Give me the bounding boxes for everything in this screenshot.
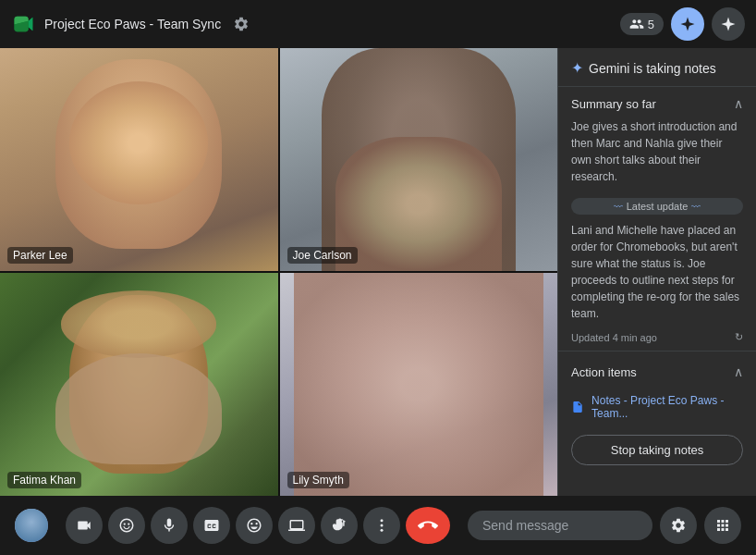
summary-text: Joe gives a short introduction and then … (558, 118, 756, 194)
update-text: Lani and Michelle have placed an order f… (558, 222, 756, 331)
action-items-section-header[interactable]: Action items ∧ (558, 355, 756, 387)
wavy-left-icon: 〰 (614, 202, 623, 212)
effects-button[interactable] (712, 7, 745, 41)
end-call-button[interactable] (406, 507, 450, 544)
present-button[interactable] (278, 507, 315, 544)
bottom-bar (0, 496, 756, 555)
user-avatar (15, 509, 48, 542)
gemini-header: ✦ Gemini is taking notes (558, 48, 756, 87)
meeting-settings-button[interactable] (228, 11, 254, 37)
doc-icon (571, 400, 584, 414)
divider (558, 351, 756, 352)
mic-button[interactable] (151, 507, 188, 544)
participants-icon (629, 17, 644, 31)
top-bar: Project Eco Paws - Team Sync 5 (0, 0, 756, 48)
summary-chevron-icon[interactable]: ∧ (734, 96, 743, 111)
captions-icon (203, 517, 220, 534)
captions-button[interactable] (193, 507, 230, 544)
bottom-right-controls (468, 507, 741, 544)
svg-point-5 (381, 529, 384, 532)
latest-update-label: Latest update (627, 201, 689, 212)
wavy-right-icon: 〰 (691, 202, 701, 212)
participants-count: 5 (648, 18, 654, 31)
latest-update-badge: 〰 Latest update 〰 (571, 198, 743, 215)
lily-name: Lily Smyth (287, 472, 349, 488)
chat-settings-button[interactable] (660, 507, 697, 544)
effects-icon (720, 16, 737, 32)
google-meet-logo (11, 11, 37, 37)
raise-hand-button[interactable] (321, 507, 358, 544)
reactions-button[interactable] (108, 507, 145, 544)
raise-hand-icon (331, 517, 348, 534)
doc-link-text: Notes - Project Eco Paws - Team... (591, 394, 743, 420)
updated-time-row: Updated 4 min ago ↻ (558, 331, 756, 351)
apps-button[interactable] (704, 507, 741, 544)
gemini-header-title: Gemini is taking notes (589, 61, 716, 76)
notes-doc-link[interactable]: Notes - Project Eco Paws - Team... (558, 387, 756, 427)
video-tile-parker: Parker Lee (0, 48, 278, 271)
svg-point-0 (120, 519, 133, 532)
more-options-button[interactable] (363, 507, 400, 544)
action-items-chevron-icon[interactable]: ∧ (734, 364, 743, 379)
chat-settings-icon (670, 517, 687, 534)
svg-point-1 (124, 523, 126, 524)
gemini-panel: ✦ Gemini is taking notes Summary so far … (557, 48, 756, 496)
present-icon (288, 517, 305, 534)
summary-title: Summary so far (571, 97, 656, 111)
summary-section-header[interactable]: Summary so far ∧ (558, 87, 756, 118)
video-tile-fatima: Fatima Khan (0, 273, 278, 496)
apps-icon (714, 517, 731, 534)
bottom-center-controls (52, 507, 464, 544)
more-options-icon (373, 517, 390, 534)
video-grid: Parker Lee Joe Carlson Fatima Khan Lily … (0, 48, 557, 496)
svg-point-3 (381, 519, 384, 522)
participants-button[interactable]: 5 (620, 13, 664, 35)
reactions-icon (118, 517, 135, 534)
top-bar-right: 5 (620, 7, 745, 41)
parker-name: Parker Lee (7, 247, 73, 264)
chat-input[interactable] (468, 511, 652, 540)
camera-button[interactable] (66, 507, 103, 544)
main-content: Parker Lee Joe Carlson Fatima Khan Lily … (0, 48, 756, 496)
bottom-left-controls (15, 509, 48, 542)
svg-point-4 (381, 524, 384, 527)
fatima-name: Fatima Khan (7, 472, 81, 488)
emoji-button[interactable] (236, 507, 273, 544)
stop-notes-button[interactable]: Stop taking notes (571, 435, 743, 465)
updated-time-text: Updated 4 min ago (571, 332, 657, 343)
meeting-title: Project Eco Paws - Team Sync (44, 17, 221, 31)
video-tile-lily: Lily Smyth (280, 273, 558, 496)
emoji-icon (246, 517, 262, 534)
joe-name: Joe Carlson (287, 247, 358, 264)
end-call-icon (418, 515, 438, 536)
top-bar-left: Project Eco Paws - Team Sync (11, 11, 254, 37)
gemini-star-icon: ✦ (571, 59, 583, 77)
action-items-title: Action items (571, 365, 637, 379)
refresh-icon[interactable]: ↻ (735, 331, 743, 343)
gemini-button[interactable] (671, 7, 704, 41)
svg-point-2 (128, 523, 129, 524)
mic-icon (161, 517, 177, 534)
gemini-icon (679, 16, 696, 32)
video-tile-joe: Joe Carlson (280, 48, 558, 271)
camera-icon (76, 517, 92, 534)
